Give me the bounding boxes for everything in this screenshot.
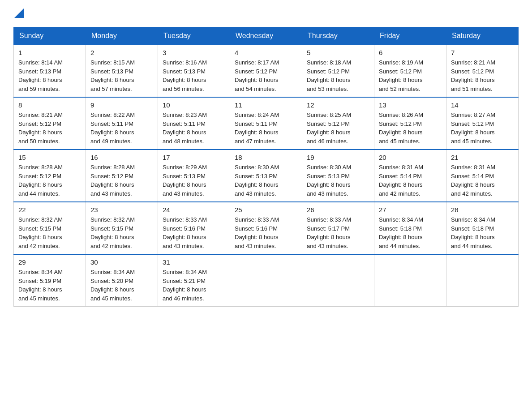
calendar-cell: 17 Sunrise: 8:29 AMSunset: 5:13 PMDaylig… <box>158 150 230 202</box>
calendar-cell <box>230 254 302 307</box>
calendar-cell: 18 Sunrise: 8:30 AMSunset: 5:13 PMDaylig… <box>230 150 302 202</box>
day-info: Sunrise: 8:21 AMSunset: 5:12 PMDaylight:… <box>451 58 514 93</box>
calendar-cell: 15 Sunrise: 8:28 AMSunset: 5:12 PMDaylig… <box>14 150 86 202</box>
calendar-cell: 21 Sunrise: 8:31 AMSunset: 5:14 PMDaylig… <box>446 150 519 202</box>
day-info: Sunrise: 8:34 AMSunset: 5:21 PMDaylight:… <box>163 268 225 303</box>
day-info: Sunrise: 8:33 AMSunset: 5:16 PMDaylight:… <box>235 215 297 250</box>
day-number: 10 <box>163 101 225 109</box>
day-number: 4 <box>235 49 297 56</box>
calendar-cell: 26 Sunrise: 8:33 AMSunset: 5:17 PMDaylig… <box>302 202 374 254</box>
day-info: Sunrise: 8:33 AMSunset: 5:16 PMDaylight:… <box>163 215 225 250</box>
day-info: Sunrise: 8:25 AMSunset: 5:12 PMDaylight:… <box>307 111 369 146</box>
weekday-header-row: SundayMondayTuesdayWednesdayThursdayFrid… <box>14 27 519 45</box>
day-number: 9 <box>90 101 153 109</box>
day-info: Sunrise: 8:30 AMSunset: 5:13 PMDaylight:… <box>307 163 369 198</box>
weekday-header-monday: Monday <box>86 27 158 45</box>
weekday-header-sunday: Sunday <box>14 27 86 45</box>
day-number: 13 <box>379 101 442 109</box>
calendar-week-row: 8 Sunrise: 8:21 AMSunset: 5:12 PMDayligh… <box>14 97 519 150</box>
day-number: 19 <box>307 154 369 161</box>
day-info: Sunrise: 8:23 AMSunset: 5:11 PMDaylight:… <box>163 111 225 146</box>
day-info: Sunrise: 8:34 AMSunset: 5:20 PMDaylight:… <box>90 268 153 303</box>
calendar-cell: 2 Sunrise: 8:15 AMSunset: 5:13 PMDayligh… <box>86 45 158 97</box>
day-number: 2 <box>90 49 153 56</box>
day-number: 14 <box>451 101 514 109</box>
day-number: 18 <box>235 154 297 161</box>
day-info: Sunrise: 8:22 AMSunset: 5:11 PMDaylight:… <box>90 111 153 146</box>
calendar-cell: 19 Sunrise: 8:30 AMSunset: 5:13 PMDaylig… <box>302 150 374 202</box>
day-info: Sunrise: 8:34 AMSunset: 5:18 PMDaylight:… <box>451 215 514 250</box>
weekday-header-tuesday: Tuesday <box>158 27 230 45</box>
day-info: Sunrise: 8:32 AMSunset: 5:15 PMDaylight:… <box>18 215 81 250</box>
day-info: Sunrise: 8:30 AMSunset: 5:13 PMDaylight:… <box>235 163 297 198</box>
calendar-cell: 29 Sunrise: 8:34 AMSunset: 5:19 PMDaylig… <box>14 254 86 307</box>
page-header <box>13 9 519 18</box>
day-info: Sunrise: 8:15 AMSunset: 5:13 PMDaylight:… <box>90 58 153 93</box>
calendar-cell: 25 Sunrise: 8:33 AMSunset: 5:16 PMDaylig… <box>230 202 302 254</box>
calendar-cell: 3 Sunrise: 8:16 AMSunset: 5:13 PMDayligh… <box>158 45 230 97</box>
calendar-cell: 11 Sunrise: 8:24 AMSunset: 5:11 PMDaylig… <box>230 97 302 150</box>
day-info: Sunrise: 8:32 AMSunset: 5:15 PMDaylight:… <box>90 215 153 250</box>
day-info: Sunrise: 8:17 AMSunset: 5:12 PMDaylight:… <box>235 58 297 93</box>
day-info: Sunrise: 8:21 AMSunset: 5:12 PMDaylight:… <box>18 111 81 146</box>
calendar-cell: 20 Sunrise: 8:31 AMSunset: 5:14 PMDaylig… <box>374 150 446 202</box>
calendar-cell: 27 Sunrise: 8:34 AMSunset: 5:18 PMDaylig… <box>374 202 446 254</box>
day-info: Sunrise: 8:34 AMSunset: 5:18 PMDaylight:… <box>379 215 442 250</box>
calendar-cell: 8 Sunrise: 8:21 AMSunset: 5:12 PMDayligh… <box>14 97 86 150</box>
calendar-cell: 30 Sunrise: 8:34 AMSunset: 5:20 PMDaylig… <box>86 254 158 307</box>
calendar-cell: 12 Sunrise: 8:25 AMSunset: 5:12 PMDaylig… <box>302 97 374 150</box>
calendar-cell: 5 Sunrise: 8:18 AMSunset: 5:12 PMDayligh… <box>302 45 374 97</box>
day-info: Sunrise: 8:16 AMSunset: 5:13 PMDaylight:… <box>163 58 225 93</box>
calendar-cell: 6 Sunrise: 8:19 AMSunset: 5:12 PMDayligh… <box>374 45 446 97</box>
calendar-cell: 24 Sunrise: 8:33 AMSunset: 5:16 PMDaylig… <box>158 202 230 254</box>
day-number: 3 <box>163 49 225 56</box>
day-number: 16 <box>90 154 153 161</box>
calendar-cell: 1 Sunrise: 8:14 AMSunset: 5:13 PMDayligh… <box>14 45 86 97</box>
day-number: 6 <box>379 49 442 56</box>
calendar-header: SundayMondayTuesdayWednesdayThursdayFrid… <box>14 27 519 45</box>
day-info: Sunrise: 8:18 AMSunset: 5:12 PMDaylight:… <box>307 58 369 93</box>
day-info: Sunrise: 8:31 AMSunset: 5:14 PMDaylight:… <box>451 163 514 198</box>
day-number: 8 <box>18 101 81 109</box>
day-info: Sunrise: 8:26 AMSunset: 5:12 PMDaylight:… <box>379 111 442 146</box>
weekday-header-wednesday: Wednesday <box>230 27 302 45</box>
calendar-cell: 22 Sunrise: 8:32 AMSunset: 5:15 PMDaylig… <box>14 202 86 254</box>
day-number: 21 <box>451 154 514 161</box>
calendar-body: 1 Sunrise: 8:14 AMSunset: 5:13 PMDayligh… <box>14 45 519 307</box>
calendar-cell: 9 Sunrise: 8:22 AMSunset: 5:11 PMDayligh… <box>86 97 158 150</box>
calendar-table: SundayMondayTuesdayWednesdayThursdayFrid… <box>13 27 519 307</box>
calendar-cell: 14 Sunrise: 8:27 AMSunset: 5:12 PMDaylig… <box>446 97 519 150</box>
day-info: Sunrise: 8:34 AMSunset: 5:19 PMDaylight:… <box>18 268 81 303</box>
calendar-cell: 23 Sunrise: 8:32 AMSunset: 5:15 PMDaylig… <box>86 202 158 254</box>
weekday-header-thursday: Thursday <box>302 27 374 45</box>
day-number: 11 <box>235 101 297 109</box>
calendar-cell <box>302 254 374 307</box>
calendar-cell: 10 Sunrise: 8:23 AMSunset: 5:11 PMDaylig… <box>158 97 230 150</box>
day-info: Sunrise: 8:28 AMSunset: 5:12 PMDaylight:… <box>18 163 81 198</box>
calendar-cell <box>446 254 519 307</box>
calendar-cell <box>374 254 446 307</box>
day-number: 1 <box>18 49 81 56</box>
calendar-cell: 16 Sunrise: 8:28 AMSunset: 5:12 PMDaylig… <box>86 150 158 202</box>
logo <box>13 9 24 18</box>
calendar-week-row: 29 Sunrise: 8:34 AMSunset: 5:19 PMDaylig… <box>14 254 519 307</box>
day-info: Sunrise: 8:24 AMSunset: 5:11 PMDaylight:… <box>235 111 297 146</box>
day-info: Sunrise: 8:19 AMSunset: 5:12 PMDaylight:… <box>379 58 442 93</box>
calendar-cell: 28 Sunrise: 8:34 AMSunset: 5:18 PMDaylig… <box>446 202 519 254</box>
day-info: Sunrise: 8:29 AMSunset: 5:13 PMDaylight:… <box>163 163 225 198</box>
day-info: Sunrise: 8:28 AMSunset: 5:12 PMDaylight:… <box>90 163 153 198</box>
day-number: 29 <box>18 258 81 266</box>
calendar-week-row: 15 Sunrise: 8:28 AMSunset: 5:12 PMDaylig… <box>14 150 519 202</box>
day-number: 27 <box>379 206 442 214</box>
day-number: 17 <box>163 154 225 161</box>
day-number: 25 <box>235 206 297 214</box>
day-number: 5 <box>307 49 369 56</box>
day-number: 24 <box>163 206 225 214</box>
day-number: 28 <box>451 206 514 214</box>
calendar-cell: 4 Sunrise: 8:17 AMSunset: 5:12 PMDayligh… <box>230 45 302 97</box>
day-number: 20 <box>379 154 442 161</box>
day-info: Sunrise: 8:33 AMSunset: 5:17 PMDaylight:… <box>307 215 369 250</box>
weekday-header-friday: Friday <box>374 27 446 45</box>
weekday-header-saturday: Saturday <box>446 27 519 45</box>
day-number: 31 <box>163 258 225 266</box>
